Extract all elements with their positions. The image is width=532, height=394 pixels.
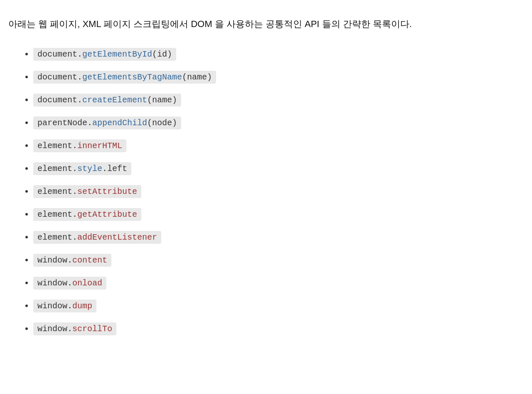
list-item: element.getAttribute [33, 208, 524, 221]
api-code-6: element.style.left [33, 162, 131, 175]
list-item: document.getElementsByTagName(name) [33, 71, 524, 84]
list-item: document.getElementById(id) [33, 48, 524, 61]
list-item: element.style.left [33, 162, 524, 175]
list-item: window.onload [33, 277, 524, 290]
api-code-9: element.addEventListener [33, 231, 161, 244]
api-code-7: element.setAttribute [33, 185, 141, 198]
api-code-8: element.getAttribute [33, 208, 141, 221]
list-item: document.createElement(name) [33, 94, 524, 107]
api-code-2: document.getElementsByTagName(name) [33, 71, 216, 84]
api-code-4: parentNode.appendChild(node) [33, 116, 181, 129]
list-item: element.innerHTML [33, 139, 524, 152]
intro-paragraph: 아래는 웹 페이지, XML 페이지 스크립팅에서 DOM 을 사용하는 공통적… [8, 17, 524, 31]
api-code-3: document.createElement(name) [33, 94, 181, 107]
api-list: document.getElementById(id)document.getE… [8, 48, 524, 335]
api-code-11: window.onload [33, 277, 106, 290]
list-item: window.content [33, 254, 524, 267]
list-item: element.addEventListener [33, 231, 524, 244]
list-item: element.setAttribute [33, 185, 524, 198]
api-code-13: window.scrollTo [33, 322, 116, 335]
api-code-5: element.innerHTML [33, 139, 126, 152]
list-item: window.scrollTo [33, 322, 524, 335]
api-code-12: window.dump [33, 300, 96, 312]
api-code-10: window.content [33, 254, 111, 267]
list-item: window.dump [33, 300, 524, 312]
api-code-1: document.getElementById(id) [33, 48, 176, 61]
list-item: parentNode.appendChild(node) [33, 116, 524, 129]
